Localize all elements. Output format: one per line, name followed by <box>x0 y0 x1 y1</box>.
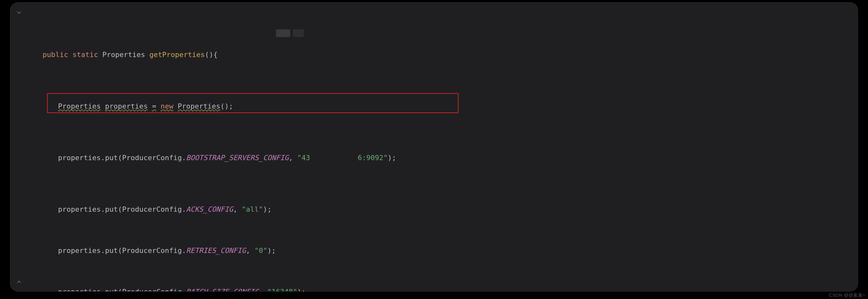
string-value: "0" <box>254 246 267 255</box>
keyword-static: static <box>72 51 98 59</box>
var-declaration: Properties properties = new Properties()… <box>31 101 858 111</box>
watermark: CSDN @@素素~ <box>829 293 865 298</box>
string-value: "16348" <box>267 288 297 291</box>
call-prefix: .put(ProducerConfig. <box>101 154 186 162</box>
keyword-public: public <box>42 51 68 59</box>
config-const: BATCH_SIZE_CONFIG <box>186 288 258 291</box>
put-call: properties.put(ProducerConfig.BATCH_SIZE… <box>31 287 858 291</box>
comma: , <box>288 154 297 162</box>
code-area[interactable]: public static Properties getProperties()… <box>31 8 858 291</box>
decl-ctor: Properties <box>178 102 220 110</box>
redaction-block <box>276 29 290 37</box>
string-value: "all" <box>242 205 263 213</box>
code-editor[interactable]: public static Properties getProperties()… <box>10 3 858 291</box>
decl-type: Properties <box>58 102 101 110</box>
punct: (){ <box>205 51 218 59</box>
decl-var: properties <box>105 102 148 110</box>
string-value: "436:9092" <box>297 154 388 162</box>
put-call: properties.put(ProducerConfig.ACKS_CONFI… <box>31 204 858 214</box>
put-call: properties.put(ProducerConfig.BOOTSTRAP_… <box>31 153 858 163</box>
obj: properties <box>58 154 101 162</box>
fold-method-start-icon[interactable] <box>16 9 23 16</box>
tail: ); <box>388 154 396 162</box>
fold-method-end-icon[interactable] <box>16 278 23 286</box>
method-name: getProperties <box>149 51 205 59</box>
keyword-new: new <box>161 102 174 110</box>
put-call: properties.put(ProducerConfig.RETRIES_CO… <box>31 245 858 256</box>
method-signature: public static Properties getProperties()… <box>31 49 858 60</box>
config-const: RETRIES_CONFIG <box>186 246 246 255</box>
redaction-block <box>293 29 304 37</box>
punct: (); <box>220 102 233 110</box>
config-const: ACKS_CONFIG <box>186 205 233 213</box>
return-type: Properties <box>102 51 145 59</box>
gutter <box>10 3 31 291</box>
decl-eq: = <box>152 102 156 110</box>
config-const: BOOTSTRAP_SERVERS_CONFIG <box>186 154 288 162</box>
